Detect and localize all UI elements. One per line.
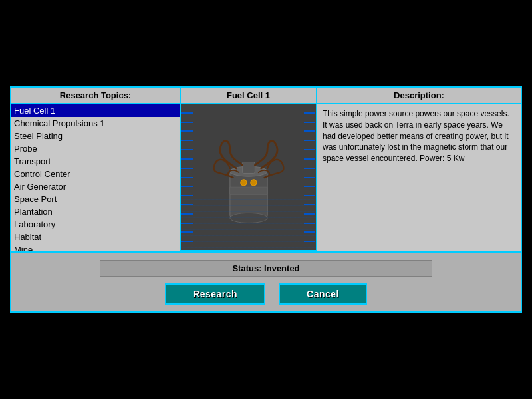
- description-text: This simple power source powers our spac…: [317, 104, 521, 251]
- list-item[interactable]: Plantation: [11, 205, 180, 218]
- svg-point-6: [250, 179, 256, 185]
- list-item[interactable]: Laboratory: [11, 218, 180, 231]
- item-title: Fuel Cell 1: [181, 88, 316, 104]
- list-item[interactable]: Fuel Cell 1: [11, 104, 180, 117]
- bottom-area: Status: Invented Research Cancel: [11, 251, 521, 311]
- list-item[interactable]: Control Center: [11, 168, 180, 180]
- desc-header: Description:: [317, 88, 521, 104]
- research-list[interactable]: Fuel Cell 1Chemical Propulsions 1Steel P…: [11, 104, 180, 251]
- list-item[interactable]: Space Port: [11, 193, 180, 205]
- svg-point-5: [240, 179, 246, 185]
- left-side-lines: [181, 104, 193, 250]
- svg-rect-4: [242, 162, 255, 173]
- topics-header: Research Topics:: [11, 88, 180, 104]
- list-item[interactable]: Probe: [11, 142, 180, 155]
- research-button[interactable]: Research: [165, 283, 265, 305]
- middle-panel: Fuel Cell 1: [181, 88, 317, 251]
- svg-rect-3: [229, 187, 267, 194]
- svg-point-2: [229, 213, 267, 223]
- right-panel: Description: This simple power source po…: [317, 88, 521, 251]
- list-container: Fuel Cell 1Chemical Propulsions 1Steel P…: [11, 104, 180, 251]
- dialog-body: Research Topics: Fuel Cell 1Chemical Pro…: [11, 88, 521, 251]
- list-item[interactable]: Air Generator: [11, 180, 180, 193]
- item-image-area: [181, 104, 316, 251]
- list-item[interactable]: Habitat: [11, 231, 180, 243]
- cancel-button[interactable]: Cancel: [279, 283, 367, 305]
- left-panel: Research Topics: Fuel Cell 1Chemical Pro…: [11, 88, 181, 251]
- research-dialog: Research Topics: Fuel Cell 1Chemical Pro…: [10, 86, 522, 313]
- button-row: Research Cancel: [165, 283, 367, 305]
- fuel-cell-image: [205, 128, 292, 227]
- list-item[interactable]: Steel Plating: [11, 130, 180, 142]
- list-item[interactable]: Chemical Propulsions 1: [11, 117, 180, 130]
- right-side-lines: [304, 104, 316, 250]
- status-bar: Status: Invented: [100, 260, 432, 277]
- list-item[interactable]: Transport: [11, 155, 180, 168]
- list-item[interactable]: Mine: [11, 243, 180, 251]
- svg-rect-0: [229, 171, 267, 217]
